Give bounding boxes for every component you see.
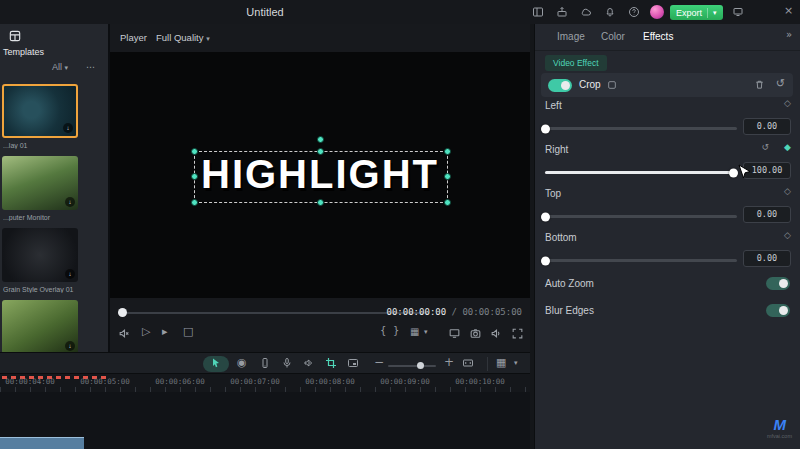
- slider-handle[interactable]: [729, 168, 738, 177]
- templates-panel: Templates All ▾ ⋯ ↓ ...lay 01 ↓ ...puter…: [0, 24, 110, 352]
- record-icon[interactable]: ◉: [237, 357, 247, 368]
- crop-bottom-slider[interactable]: [545, 259, 737, 262]
- slider-handle[interactable]: [541, 212, 550, 221]
- reset-effect-icon[interactable]: ↺: [776, 78, 785, 89]
- timeline-tracks[interactable]: [0, 392, 530, 449]
- fit-timeline-icon[interactable]: [462, 357, 474, 369]
- screen-mode-icon[interactable]: [732, 6, 744, 18]
- play-button[interactable]: ▷: [142, 326, 150, 337]
- export-media-icon[interactable]: [556, 6, 568, 18]
- layout-icon[interactable]: [532, 6, 544, 18]
- mark-out-icon[interactable]: }: [393, 326, 399, 336]
- zoom-slider[interactable]: [388, 365, 436, 367]
- preview-options-icon[interactable]: ▦: [410, 327, 419, 337]
- pip-icon[interactable]: [347, 357, 359, 369]
- crop-left-value[interactable]: 0.00: [743, 118, 791, 135]
- templates-icon[interactable]: [8, 29, 22, 43]
- video-effect-badge[interactable]: Video Effect: [545, 55, 607, 71]
- close-icon[interactable]: ×: [784, 5, 793, 16]
- display-icon[interactable]: [448, 327, 461, 340]
- ruler-timecode: 00:00:09:00: [375, 377, 435, 386]
- panel-divider: [535, 50, 800, 51]
- crop-right-slider[interactable]: [545, 171, 737, 174]
- zoom-in-icon[interactable]: +: [444, 356, 454, 368]
- selection-handle[interactable]: [444, 148, 451, 155]
- seek-bar[interactable]: [118, 312, 430, 314]
- ruler-timecode: 00:00:06:00: [150, 377, 210, 386]
- template-thumbnail[interactable]: ↓: [2, 228, 78, 282]
- crop-enable-toggle[interactable]: [548, 79, 572, 92]
- selection-handle[interactable]: [191, 199, 198, 206]
- crop-top-value[interactable]: 0.00: [743, 206, 791, 223]
- bell-icon[interactable]: [604, 6, 616, 18]
- selection-handle[interactable]: [444, 199, 451, 206]
- keyframe-icon-active[interactable]: ◆: [784, 142, 791, 152]
- timeline-clip[interactable]: [0, 437, 84, 449]
- audio-icon[interactable]: [303, 357, 315, 369]
- cloud-icon[interactable]: [580, 6, 592, 18]
- select-tool-icon[interactable]: [210, 357, 222, 369]
- track-manager-icon[interactable]: ▦: [496, 357, 506, 368]
- seek-handle[interactable]: [118, 308, 127, 317]
- template-thumbnail[interactable]: ↓: [2, 156, 78, 210]
- ruler-timecode: 00:00:08:00: [300, 377, 360, 386]
- selection-handle[interactable]: [317, 199, 324, 206]
- slider-handle[interactable]: [541, 256, 550, 265]
- export-button[interactable]: Export ▾: [670, 5, 723, 20]
- collapse-panel-icon[interactable]: »: [786, 30, 792, 40]
- timeline-ruler[interactable]: 00:00:04:00 00:00:05:00 00:00:06:00 00:0…: [0, 374, 530, 392]
- tab-effects[interactable]: Effects: [643, 31, 673, 42]
- selection-box[interactable]: [194, 151, 448, 203]
- video-editor-app: Untitled Export ▾ × Templates All ▾: [0, 0, 800, 449]
- keyframe-icon[interactable]: ◇: [784, 98, 791, 108]
- stop-button[interactable]: □: [183, 326, 193, 337]
- crop-section-title: Crop: [579, 79, 601, 90]
- param-label: Right: [545, 144, 568, 155]
- mark-in-icon[interactable]: {: [380, 326, 386, 336]
- slider-handle[interactable]: [541, 124, 550, 133]
- player-label: Player: [120, 32, 147, 43]
- zoom-slider-handle[interactable]: [417, 362, 424, 369]
- help-icon[interactable]: [628, 6, 640, 18]
- compare-icon[interactable]: [607, 80, 617, 90]
- auto-zoom-toggle[interactable]: [766, 277, 790, 290]
- more-options-button[interactable]: ⋯: [86, 62, 95, 72]
- selection-handle[interactable]: [191, 148, 198, 155]
- crop-bottom-value[interactable]: 0.00: [743, 250, 791, 267]
- quality-dropdown[interactable]: Full Quality ▾: [156, 32, 210, 43]
- chevron-down-icon[interactable]: ▾: [514, 360, 518, 367]
- chevron-down-icon[interactable]: ▾: [424, 329, 428, 336]
- selection-handle[interactable]: [191, 173, 198, 180]
- preview-canvas[interactable]: HIGHLIGHT: [110, 52, 530, 298]
- fullscreen-icon[interactable]: [511, 327, 524, 340]
- crop-top-row: Top ◇ 0.00: [545, 188, 791, 232]
- crop-tool-icon[interactable]: [325, 357, 337, 369]
- crop-top-slider[interactable]: [545, 215, 737, 218]
- keyframe-icon[interactable]: ◇: [784, 186, 791, 196]
- mic-icon[interactable]: [281, 357, 293, 369]
- tab-color[interactable]: Color: [601, 31, 625, 42]
- step-forward-button[interactable]: ▸: [162, 326, 168, 337]
- crop-left-slider[interactable]: [545, 127, 737, 130]
- templates-panel-title: Templates: [3, 47, 44, 57]
- ruler-timecode: 00:00:10:00: [450, 377, 510, 386]
- volume-icon[interactable]: [490, 327, 503, 340]
- user-avatar[interactable]: [650, 5, 664, 19]
- reset-param-icon[interactable]: ↺: [761, 142, 769, 152]
- phone-icon[interactable]: [259, 357, 271, 369]
- rotate-handle[interactable]: [317, 136, 324, 143]
- blur-edges-toggle[interactable]: [766, 304, 790, 317]
- selection-handle[interactable]: [444, 173, 451, 180]
- zoom-out-icon[interactable]: −: [374, 356, 384, 368]
- selection-handle[interactable]: [317, 148, 324, 155]
- mute-icon[interactable]: [118, 327, 131, 340]
- tab-image[interactable]: Image: [557, 31, 585, 42]
- template-thumbnail[interactable]: ↓: [2, 300, 78, 354]
- effects-panel: Image Color Effects » Video Effect Crop …: [534, 24, 800, 449]
- snapshot-icon[interactable]: [469, 327, 482, 340]
- delete-effect-icon[interactable]: [754, 79, 765, 90]
- filter-all-dropdown[interactable]: All ▾: [52, 62, 68, 72]
- keyframe-icon[interactable]: ◇: [784, 230, 791, 240]
- template-thumbnail[interactable]: ↓: [2, 84, 78, 138]
- crop-right-value[interactable]: 100.00: [743, 162, 791, 179]
